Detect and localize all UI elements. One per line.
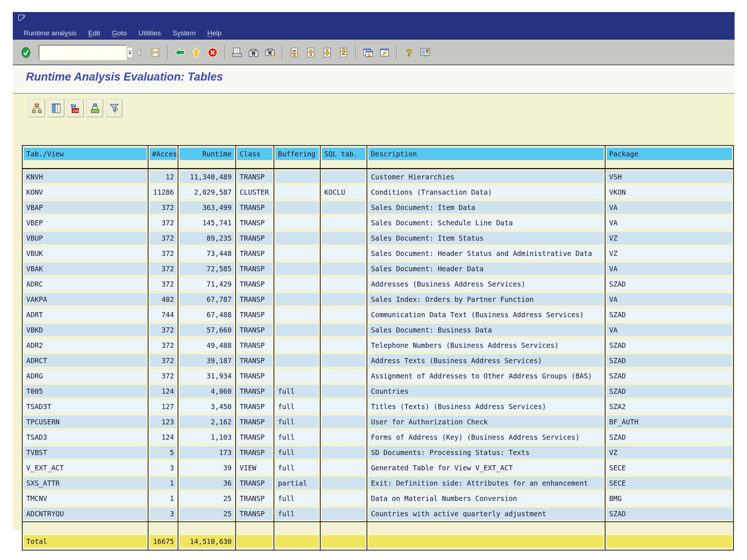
cell-class[interactable]: TRANSP <box>236 445 274 460</box>
cell-runtime[interactable]: 39 <box>178 460 236 475</box>
cell-runtime[interactable]: 173 <box>178 445 236 460</box>
cell-sql[interactable]: SQL tab. <box>320 145 367 162</box>
cell-tab[interactable]: ADRCT <box>22 353 148 368</box>
cell-desc[interactable]: Sales Document: Business Data <box>367 322 605 338</box>
cell-pkg[interactable]: SZAD <box>605 338 734 353</box>
sort-button[interactable] <box>87 100 103 117</box>
cell-acces[interactable]: 372 <box>148 322 178 338</box>
cell-acces[interactable]: 372 <box>148 246 178 261</box>
cell-desc[interactable]: Sales Document: Item Data <box>367 200 605 215</box>
currency-button[interactable]: $¥100 <box>67 100 84 117</box>
cancel-button[interactable] <box>205 44 220 61</box>
cell-buffering[interactable] <box>274 353 320 368</box>
cell-runtime[interactable]: 3,450 <box>178 399 236 414</box>
cell-desc[interactable]: Conditions (Transaction Data) <box>367 184 605 200</box>
cell-acces[interactable]: 744 <box>148 307 178 322</box>
last-page-button[interactable] <box>336 44 351 61</box>
table-row[interactable]: ADRCT37239,187TRANSPAddress Texts (Busin… <box>22 353 734 368</box>
cell-buffering[interactable] <box>274 292 320 307</box>
cell-class[interactable]: TRANSP <box>236 353 274 368</box>
cell-pkg[interactable] <box>605 533 734 550</box>
total-row[interactable]: Total1667514,510,630 <box>22 533 734 550</box>
cell-runtime[interactable]: 67,488 <box>178 307 236 322</box>
cell-pkg[interactable]: VZ <box>605 246 734 261</box>
cell-buffering[interactable]: full <box>274 429 320 445</box>
cell-runtime[interactable]: 11,340,489 <box>178 169 236 185</box>
cell-sql[interactable]: KOCLU <box>320 184 367 200</box>
cell-desc[interactable]: Customer Hierarchies <box>367 169 605 185</box>
cell-tab[interactable]: TSAD3 <box>22 429 148 445</box>
cell-pkg[interactable]: SECE <box>605 475 734 491</box>
cell-runtime[interactable]: 1,103 <box>178 429 236 445</box>
cell-sql[interactable] <box>320 429 367 445</box>
cell-pkg[interactable]: VZ <box>605 230 734 246</box>
cell-class[interactable]: TRANSP <box>236 307 274 322</box>
cell-buffering[interactable] <box>274 322 320 338</box>
cell-runtime[interactable]: 89,235 <box>178 230 236 246</box>
cell-class[interactable]: TRANSP <box>236 200 274 215</box>
cell-class[interactable]: TRANSP <box>236 292 274 307</box>
table-row[interactable]: TMCNV125TRANSPfullData on Material Numbe… <box>22 491 734 506</box>
table-row[interactable]: VBEP372145,741TRANSPSales Document: Sche… <box>22 215 734 230</box>
cell-class[interactable]: TRANSP <box>236 261 274 276</box>
cell-buffering[interactable] <box>274 368 320 384</box>
cell-acces[interactable]: 372 <box>148 215 178 230</box>
cell-pkg[interactable]: BF_AUTH <box>605 414 734 429</box>
cell-class[interactable]: TRANSP <box>236 230 274 246</box>
cell-tab[interactable]: TPCUSERN <box>22 414 148 429</box>
cell-tab[interactable]: VBUP <box>22 230 148 246</box>
filter-button[interactable] <box>106 100 122 117</box>
cell-tab[interactable]: VBAP <box>22 200 148 215</box>
cell-buffering[interactable]: Buffering <box>274 145 320 162</box>
cell-desc[interactable]: Sales Index: Orders by Partner Function <box>367 292 605 307</box>
cell-acces[interactable]: 372 <box>148 276 178 292</box>
menu-runtime-analysis[interactable]: Runtime analysis <box>24 29 77 37</box>
cell-runtime[interactable]: 31,934 <box>178 368 236 384</box>
cell-tab[interactable]: VBEP <box>22 215 148 230</box>
enter-arrow-button[interactable] <box>132 44 146 61</box>
cell-runtime[interactable]: 25 <box>178 491 236 506</box>
cell-desc[interactable]: Assignment of Addresses to Other Address… <box>367 368 605 384</box>
cell-acces[interactable]: 16675 <box>148 533 178 550</box>
cell-sql[interactable] <box>320 491 367 506</box>
cell-sql[interactable] <box>320 200 367 215</box>
cell-pkg[interactable]: SZAD <box>605 506 734 522</box>
help-button[interactable]: ? <box>402 44 416 61</box>
cell-acces[interactable]: 372 <box>148 353 178 368</box>
cell-desc[interactable]: Telephone Numbers (Business Address Serv… <box>367 338 605 353</box>
table-row[interactable]: VBKD37257,660TRANSPSales Document: Busin… <box>22 322 734 338</box>
table-row[interactable]: TVBST5173TRANSPfullSD Documents: Process… <box>22 445 734 460</box>
cell-class[interactable]: TRANSP <box>236 414 274 429</box>
cell-pkg[interactable]: SECE <box>605 460 734 475</box>
find-button[interactable] <box>246 44 261 61</box>
cell-desc[interactable]: Sales Document: Header Data <box>367 261 605 276</box>
cell-class[interactable]: TRANSP <box>236 276 274 292</box>
menu-system[interactable]: System <box>173 29 196 37</box>
cell-sql[interactable] <box>320 460 367 475</box>
cell-sql[interactable] <box>320 322 367 338</box>
cell-acces[interactable]: 372 <box>148 230 178 246</box>
cell-buffering[interactable] <box>274 230 320 246</box>
cell-runtime[interactable]: 72,585 <box>178 261 236 276</box>
cell-runtime[interactable]: 145,741 <box>178 215 236 230</box>
cell-sql[interactable] <box>320 169 367 185</box>
check-button[interactable] <box>19 44 33 61</box>
table-row[interactable]: VBAP372363,499TRANSPSales Document: Item… <box>22 200 734 215</box>
cell-buffering[interactable] <box>274 533 320 550</box>
exit-button[interactable] <box>189 44 204 61</box>
cell-acces[interactable]: 5 <box>148 445 178 460</box>
cell-acces[interactable]: 3 <box>148 506 178 522</box>
cell-sql[interactable] <box>320 368 367 384</box>
cell-class[interactable] <box>236 533 274 550</box>
cell-tab[interactable]: ADR2 <box>22 338 148 353</box>
cell-class[interactable]: TRANSP <box>236 215 274 230</box>
cell-tab[interactable]: VBKD <box>22 322 148 338</box>
cell-acces[interactable]: 124 <box>148 384 178 399</box>
menu-help[interactable]: Help <box>207 29 221 37</box>
cell-tab[interactable]: T005 <box>22 384 148 399</box>
cell-acces[interactable]: 11286 <box>148 184 178 200</box>
cell-class[interactable]: Class <box>236 145 274 162</box>
cell-runtime[interactable]: 49,488 <box>178 338 236 353</box>
cell-acces[interactable]: 372 <box>148 338 178 353</box>
cell-pkg[interactable]: SZAD <box>605 276 734 292</box>
